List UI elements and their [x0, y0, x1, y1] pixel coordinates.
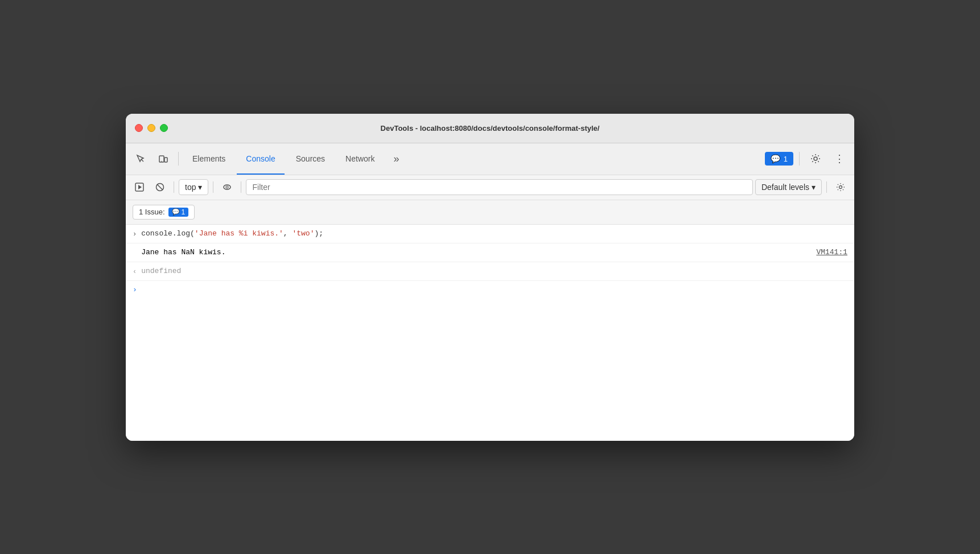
- badge-chat-icon: 💬: [172, 208, 180, 216]
- tab-console[interactable]: Console: [237, 143, 284, 175]
- block-icon: [155, 183, 164, 192]
- close-button[interactable]: [135, 124, 143, 132]
- context-selector[interactable]: top ▾: [179, 179, 208, 195]
- issues-badge-button[interactable]: 💬 1: [765, 152, 793, 166]
- settings-icon: [836, 183, 845, 192]
- svg-rect-2: [164, 158, 167, 162]
- inspect-button[interactable]: [130, 148, 151, 169]
- window-title: DevTools - localhost:8080/docs/devtools/…: [381, 124, 600, 133]
- console-log-code: console.log('Jane has %i kiwis.', 'two')…: [141, 228, 847, 239]
- svg-line-0: [141, 159, 143, 162]
- issue-count-badge: 💬 1: [168, 208, 189, 217]
- toolbar-separator-1: [178, 152, 179, 166]
- tab-sources[interactable]: Sources: [287, 143, 334, 175]
- svg-point-9: [224, 185, 230, 189]
- traffic-lights: [135, 124, 168, 132]
- issues-chat-icon: 💬: [771, 154, 780, 163]
- source-link[interactable]: VM141:1: [816, 247, 847, 258]
- maximize-button[interactable]: [160, 124, 168, 132]
- console-settings-button[interactable]: [831, 178, 850, 196]
- prompt-caret: ›: [133, 286, 137, 294]
- toolbar-right: 💬 1 ⋮: [765, 148, 850, 169]
- titlebar: DevTools - localhost:8080/docs/devtools/…: [126, 114, 854, 143]
- console-sep-2: [213, 181, 213, 193]
- tab-network[interactable]: Network: [336, 143, 384, 175]
- device-icon: [158, 154, 168, 164]
- console-output-text: Jane has NaN kiwis.: [141, 247, 816, 258]
- svg-point-11: [839, 186, 842, 189]
- clear-button[interactable]: [151, 178, 169, 196]
- svg-point-3: [161, 161, 162, 162]
- console-toolbar: top ▾ Default levels ▾: [126, 175, 854, 200]
- tab-elements[interactable]: Elements: [183, 143, 234, 175]
- dropdown-arrow-icon: ▾: [198, 183, 202, 192]
- issue-label: 1 Issue:: [139, 208, 165, 216]
- prompt-line[interactable]: ›: [126, 281, 854, 299]
- filter-input[interactable]: [246, 179, 752, 195]
- gear-icon: [810, 154, 821, 164]
- svg-point-4: [814, 157, 817, 160]
- console-sep-3: [241, 181, 241, 193]
- console-sep-4: [826, 181, 827, 193]
- more-tabs-button[interactable]: »: [386, 148, 406, 169]
- console-output-line: › Jane has NaN kiwis. VM141:1: [126, 243, 854, 262]
- three-dots-icon: ⋮: [834, 152, 845, 165]
- issues-bar: 1 Issue: 💬 1: [126, 200, 854, 225]
- issue-chip[interactable]: 1 Issue: 💬 1: [133, 205, 195, 220]
- cursor-icon: [135, 154, 146, 164]
- eye-icon: [223, 183, 232, 192]
- console-log-entry: › console.log('Jane has %i kiwis.', 'two…: [126, 225, 854, 243]
- console-output: › console.log('Jane has %i kiwis.', 'two…: [126, 225, 854, 441]
- run-button[interactable]: [130, 178, 149, 196]
- return-arrow: ‹: [133, 267, 137, 277]
- settings-button[interactable]: [805, 148, 826, 169]
- minimize-button[interactable]: [147, 124, 155, 132]
- eye-button[interactable]: [218, 178, 236, 196]
- play-icon: [135, 183, 144, 192]
- expand-arrow[interactable]: ›: [133, 229, 137, 239]
- undefined-line: ‹ undefined: [126, 262, 854, 281]
- levels-arrow-icon: ▾: [812, 183, 816, 192]
- svg-line-8: [157, 184, 163, 190]
- svg-marker-6: [138, 185, 142, 189]
- devtools-window: DevTools - localhost:8080/docs/devtools/…: [126, 114, 854, 441]
- console-sep-1: [174, 181, 174, 193]
- toolbar-separator-2: [799, 152, 800, 166]
- more-options-button[interactable]: ⋮: [829, 148, 850, 169]
- device-button[interactable]: [153, 148, 174, 169]
- main-toolbar: Elements Console Sources Network » 💬 1: [126, 143, 854, 175]
- log-levels-dropdown[interactable]: Default levels ▾: [755, 179, 822, 195]
- undefined-value: undefined: [141, 266, 847, 277]
- svg-point-10: [226, 186, 228, 188]
